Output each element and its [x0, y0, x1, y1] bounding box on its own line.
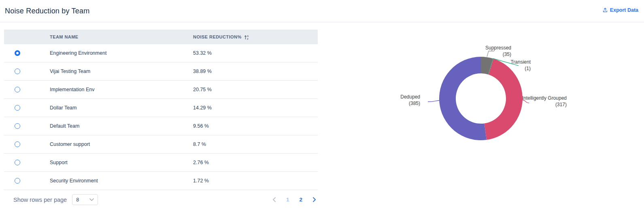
- team-name-cell: Customer support: [36, 141, 193, 147]
- chart-label-deduped: Deduped(385): [400, 94, 420, 107]
- team-radio-cell: [4, 50, 36, 56]
- rows-per-page-value: 8: [76, 197, 79, 203]
- team-name-cell: Security Environment: [36, 178, 193, 184]
- export-icon: [602, 7, 608, 13]
- svg-text:A: A: [247, 35, 249, 37]
- table-footer: Show rows per page 8 12: [4, 190, 318, 209]
- noise-reduction-cell: 2.76 %: [193, 160, 318, 165]
- column-header-noise-reduction[interactable]: NOISE REDUCTION% A Z: [193, 34, 318, 40]
- table-header: TEAM NAME NOISE REDUCTION% A Z: [4, 30, 318, 44]
- chevron-down-icon: [89, 198, 94, 201]
- next-page-button[interactable]: [312, 197, 316, 202]
- noise-reduction-cell: 53.32 %: [193, 50, 318, 56]
- team-select-radio[interactable]: [15, 87, 20, 92]
- team-select-radio[interactable]: [15, 68, 20, 74]
- team-name-cell: Dollar Team: [36, 105, 193, 111]
- table-row: Dollar Team 14.29 %: [4, 99, 318, 117]
- team-radio-cell: [4, 178, 36, 184]
- team-radio-cell: [4, 141, 36, 147]
- noise-reduction-cell: 9.56 %: [193, 123, 318, 129]
- team-select-radio[interactable]: [15, 50, 20, 56]
- team-table: TEAM NAME NOISE REDUCTION% A Z Engineeri…: [4, 30, 318, 209]
- page-buttons: 12: [286, 197, 302, 203]
- leader-line-deduped: [428, 101, 439, 102]
- noise-reduction-donut-chart: Suppressed(35)Transient(1)Intelligently …: [389, 36, 579, 162]
- export-label: Export Data: [610, 7, 638, 13]
- noise-reduction-cell: 8.7 %: [193, 141, 318, 147]
- page-title: Noise Reduction by Team: [5, 7, 89, 15]
- pagination: 12: [272, 197, 318, 203]
- noise-reduction-cell: 20.75 %: [193, 87, 318, 92]
- noise-reduction-cell: 1.72 %: [193, 178, 318, 184]
- page-1-button[interactable]: 1: [286, 197, 289, 203]
- team-radio-cell: [4, 123, 36, 129]
- table-row: Vijai Testing Team 38.89 %: [4, 62, 318, 81]
- team-name-cell: Support: [36, 160, 193, 165]
- chart-label-intelligently-grouped: Intelligently Grouped(317): [522, 95, 567, 108]
- svg-text:Z: Z: [247, 38, 249, 40]
- team-select-radio[interactable]: [15, 123, 20, 129]
- team-name-cell: Implementation Env: [36, 87, 193, 92]
- team-radio-cell: [4, 68, 36, 74]
- table-row: Default Team 9.56 %: [4, 117, 318, 135]
- team-name-cell: Engineering Environment: [36, 50, 193, 56]
- page-2-button[interactable]: 2: [299, 197, 302, 203]
- rows-per-page-label: Show rows per page: [4, 197, 67, 203]
- team-select-radio[interactable]: [15, 105, 20, 111]
- team-select-radio[interactable]: [15, 160, 20, 165]
- team-radio-cell: [4, 105, 36, 111]
- donut-segment-deduped[interactable]: [439, 57, 487, 140]
- panel-header: Noise Reduction by Team Export Data: [0, 0, 644, 22]
- noise-reduction-cell: 14.29 %: [193, 105, 318, 111]
- export-data-button[interactable]: Export Data: [602, 7, 638, 13]
- team-select-radio[interactable]: [15, 141, 20, 147]
- team-radio-cell: [4, 87, 36, 92]
- team-radio-cell: [4, 160, 36, 165]
- sort-alpha-icon[interactable]: A Z: [244, 34, 249, 40]
- table-row: Security Environment 1.72 %: [4, 172, 318, 190]
- noise-reduction-cell: 38.89 %: [193, 68, 318, 74]
- team-select-radio[interactable]: [15, 178, 20, 184]
- table-row: Engineering Environment 53.32 %: [4, 44, 318, 62]
- noise-reduction-header-label: NOISE REDUCTION%: [193, 34, 242, 39]
- table-row: Implementation Env 20.75 %: [4, 81, 318, 99]
- table-body: Engineering Environment 53.32 % Vijai Te…: [4, 44, 318, 190]
- team-name-cell: Default Team: [36, 123, 193, 129]
- chart-label-suppressed: Suppressed(35): [485, 45, 511, 58]
- chart-label-transient: Transient(1): [510, 59, 531, 72]
- table-row: Customer support 8.7 %: [4, 135, 318, 154]
- team-name-cell: Vijai Testing Team: [36, 68, 193, 74]
- table-row: Support 2.76 %: [4, 154, 318, 172]
- previous-page-button[interactable]: [272, 197, 276, 202]
- column-header-team-name: TEAM NAME: [36, 34, 193, 39]
- rows-per-page-select[interactable]: 8: [72, 194, 98, 205]
